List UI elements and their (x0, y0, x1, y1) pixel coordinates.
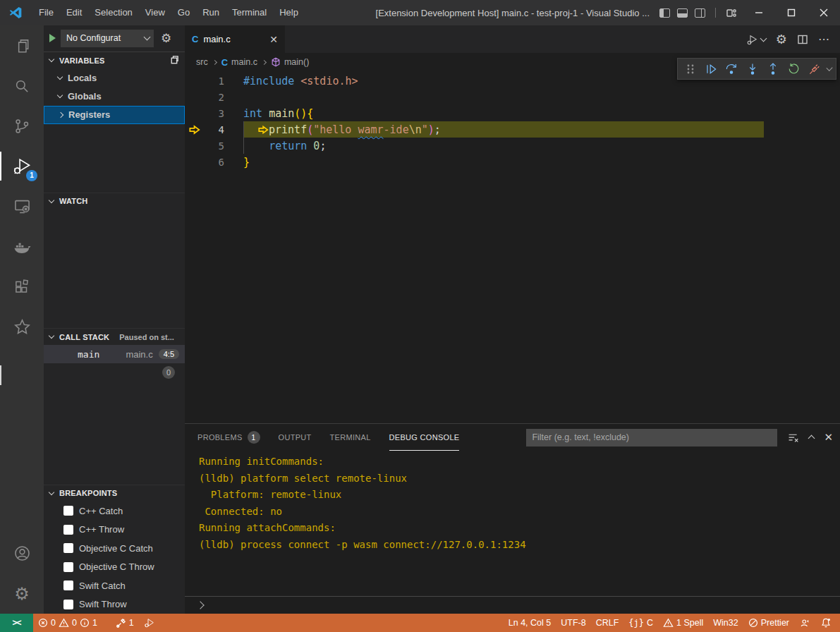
eol-indicator[interactable]: CRLF (591, 614, 624, 632)
notifications-bell-icon[interactable] (815, 614, 840, 632)
globals-label: Globals (68, 91, 102, 102)
variables-section-header[interactable]: VARIABLES (44, 52, 185, 69)
minimize-button[interactable] (743, 0, 775, 25)
menu-go[interactable]: Go (171, 4, 196, 22)
problems-count-badge: 1 (248, 431, 260, 444)
run-file-icon[interactable] (746, 33, 766, 46)
gripper-icon[interactable] (682, 60, 698, 78)
maximize-button[interactable] (775, 0, 808, 25)
breakpoint-cpp-throw[interactable]: C++ Throw (44, 520, 185, 539)
toggle-panel-icon[interactable] (677, 8, 688, 18)
editor-region: C main.c ✕ ⚙ ⋯ src C main.c main() (185, 25, 840, 614)
variables-item-globals[interactable]: Globals (44, 87, 185, 106)
tab-debug-console[interactable]: DEBUG CONSOLE (389, 424, 460, 451)
checkbox-icon[interactable] (63, 543, 73, 553)
tab-terminal[interactable]: TERMINAL (330, 424, 371, 451)
breadcrumb-file[interactable]: main.c (231, 57, 257, 67)
menu-run[interactable]: Run (196, 4, 226, 22)
search-icon[interactable] (0, 66, 44, 106)
menu-terminal[interactable]: Terminal (226, 4, 273, 22)
collapse-all-icon[interactable] (169, 55, 179, 66)
menu-edit[interactable]: Edit (60, 4, 88, 22)
debug-configuration-dropdown[interactable]: No Configurat (61, 30, 154, 47)
account-icon[interactable] (0, 533, 44, 573)
tab-main-c[interactable]: C main.c ✕ (185, 25, 285, 53)
explorer-icon[interactable] (0, 25, 44, 66)
encoding-indicator[interactable]: UTF-8 (556, 614, 590, 632)
close-panel-icon[interactable]: ✕ (824, 431, 833, 444)
customize-layout-icon[interactable] (726, 7, 737, 18)
breakpoint-objc-catch[interactable]: Objective C Catch (44, 539, 185, 558)
breakpoint-cpp-catch[interactable]: C++ Catch (44, 502, 185, 521)
continue-icon[interactable] (702, 60, 719, 78)
chevron-down-icon[interactable] (826, 64, 832, 71)
language-mode[interactable]: {ј}C (623, 614, 658, 632)
maximize-panel-icon[interactable] (808, 435, 815, 442)
code-editor[interactable]: 1 #include <stdio.h> 2 3 int main(){ 4 p… (185, 71, 840, 423)
more-actions-icon[interactable]: ⋯ (818, 32, 830, 46)
console-filter-input[interactable] (526, 429, 777, 446)
tab-output[interactable]: OUTPUT (279, 424, 312, 451)
checkbox-icon[interactable] (63, 581, 73, 590)
callstack-title: CALL STACK (59, 333, 109, 341)
extensions-icon[interactable] (0, 267, 44, 307)
checkbox-icon[interactable] (63, 506, 73, 516)
clear-output-icon[interactable] (787, 432, 799, 444)
toggle-sidebar-icon[interactable] (659, 8, 670, 18)
menu-view[interactable]: View (139, 4, 171, 22)
code-line-2: 2 (185, 89, 840, 105)
variables-item-registers[interactable]: Registers (44, 106, 185, 124)
spell-checker-status[interactable]: 1 Spell (658, 614, 708, 632)
console-prompt-chevron-icon (196, 601, 204, 609)
cursor-position[interactable]: Ln 4, Col 5 (504, 614, 556, 632)
registers-label: Registers (68, 109, 110, 120)
checkbox-icon[interactable] (63, 600, 73, 609)
star-icon[interactable] (0, 307, 44, 347)
menu-selection[interactable]: Selection (88, 4, 138, 22)
error-icon (38, 618, 48, 628)
breakpoint-swift-throw[interactable]: Swift Throw (44, 595, 185, 614)
step-into-icon[interactable] (744, 60, 760, 78)
toggle-secondary-sidebar-icon[interactable] (695, 8, 705, 18)
start-debugging-icon[interactable] (49, 34, 56, 42)
breakpoint-swift-catch[interactable]: Swift Catch (44, 576, 185, 595)
step-over-icon[interactable] (724, 60, 740, 78)
open-launch-json-gear-icon[interactable]: ⚙ (161, 31, 171, 46)
circle-slash-icon (748, 618, 758, 628)
tab-problems[interactable]: PROBLEMS1 (197, 424, 260, 451)
split-editor-icon[interactable] (797, 34, 808, 45)
breakpoint-objc-throw[interactable]: Objective C Throw (44, 557, 185, 576)
run-and-debug-icon[interactable]: 1 (0, 146, 44, 186)
stack-frame-row[interactable]: main main.c 4:5 (44, 345, 185, 363)
watch-section-header[interactable]: WATCH (44, 193, 185, 209)
breadcrumb-folder[interactable]: src (196, 57, 208, 67)
variables-item-locals[interactable]: Locals (44, 69, 185, 87)
docker-icon[interactable] (0, 226, 44, 267)
close-tab-icon[interactable]: ✕ (269, 34, 278, 45)
problems-status[interactable]: 0 0 1 (33, 614, 102, 632)
restart-icon[interactable] (786, 60, 802, 78)
disconnect-icon[interactable] (806, 60, 822, 78)
settings-gear-icon[interactable]: ⚙ (0, 573, 44, 614)
line-number: 6 (205, 157, 224, 168)
checkbox-icon[interactable] (63, 525, 73, 535)
breadcrumb-symbol[interactable]: main() (284, 57, 309, 67)
step-out-icon[interactable] (765, 60, 781, 78)
menu-file[interactable]: File (32, 4, 60, 22)
debug-console-input[interactable] (185, 596, 840, 614)
callstack-section-header[interactable]: CALL STACK Paused on st... (44, 328, 185, 345)
remote-explorer-icon[interactable] (0, 186, 44, 226)
ports-status[interactable]: 1 (111, 614, 139, 632)
console-line: Connected: no (199, 506, 840, 523)
menu-help[interactable]: Help (273, 4, 305, 22)
platform-indicator[interactable]: Win32 (708, 614, 743, 632)
debug-status-icon[interactable] (139, 614, 160, 632)
close-window-button[interactable] (808, 0, 840, 25)
breakpoints-section-header[interactable]: BREAKPOINTS (44, 485, 185, 502)
checkbox-icon[interactable] (63, 562, 73, 572)
feedback-icon[interactable] (794, 614, 815, 632)
remote-indicator[interactable]: >< (0, 614, 33, 632)
source-control-icon[interactable] (0, 106, 44, 146)
formatter-status[interactable]: Prettier (743, 614, 794, 632)
gear-icon[interactable]: ⚙ (776, 33, 787, 46)
